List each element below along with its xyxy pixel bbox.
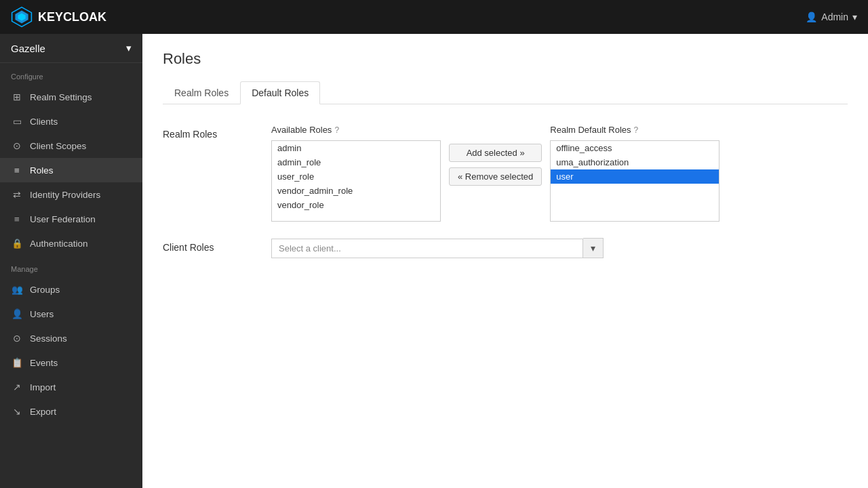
sidebar-item-label: Users [30,309,54,319]
sidebar-item-import[interactable]: ↗ Import [0,375,142,399]
transfer-buttons: Add selected » « Remove selected [449,125,542,186]
client-select[interactable]: Select a client... [271,239,583,258]
events-icon: 📋 [11,357,23,369]
sidebar-item-sessions[interactable]: ⊙ Sessions [0,326,142,350]
roles-transfer: Available Roles ? admin admin_role user_… [271,125,848,222]
realm-settings-icon: ⊞ [11,91,23,103]
available-role-vendor-role[interactable]: vendor_role [272,198,440,212]
available-roles-help-icon: ? [334,125,339,135]
sidebar-item-label: Identity Providers [30,190,100,200]
default-roles-container: Realm Default Roles ? offline_access uma… [550,125,719,222]
default-role-offline-access[interactable]: offline_access [551,141,719,155]
sidebar-item-label: Authentication [30,239,88,249]
sidebar-item-export[interactable]: ↘ Export [0,399,142,424]
realm-roles-row: Realm Roles Available Roles ? admin admi… [163,125,848,222]
page-title: Roles [163,50,848,68]
manage-label: Manage [0,256,142,277]
user-dropdown-icon: ▾ [852,12,857,22]
configure-label: Configure [0,63,142,85]
default-roles-listbox[interactable]: offline_access uma_authorization user [550,140,719,222]
sidebar-item-label: Events [30,358,58,368]
client-select-arrow-icon[interactable]: ▾ [583,238,604,258]
navbar: KEYCLOAK 👤 Admin ▾ [0,0,868,34]
client-select-field: Select a client... ▾ [271,238,848,258]
sidebar-item-label: Clients [30,117,58,127]
sidebar-item-label: Import [30,382,56,392]
client-roles-label: Client Roles [163,238,271,253]
remove-selected-button[interactable]: « Remove selected [449,167,542,186]
identity-providers-icon: ⇄ [11,188,23,201]
realm-name: Gazelle [11,43,45,54]
sidebar: Gazelle ▾ Configure ⊞ Realm Settings ▭ C… [0,34,142,488]
sidebar-item-label: Export [30,407,56,417]
main-layout: Gazelle ▾ Configure ⊞ Realm Settings ▭ C… [0,34,868,488]
content-area: Roles Realm Roles Default Roles Realm Ro… [142,34,868,488]
default-roles-header: Realm Default Roles ? [550,125,719,135]
sidebar-item-client-scopes[interactable]: ⊙ Client Scopes [0,134,142,158]
roles-icon: ≡ [11,164,23,176]
available-roles-label: Available Roles [271,125,332,135]
realm-roles-label: Realm Roles [163,125,271,140]
available-roles-container: Available Roles ? admin admin_role user_… [271,125,441,222]
available-roles-header: Available Roles ? [271,125,441,135]
default-role-uma-authorization[interactable]: uma_authorization [551,155,719,169]
keycloak-logo-icon [11,6,33,28]
sidebar-item-user-federation[interactable]: ≡ User Federation [0,207,142,231]
sidebar-item-label: Sessions [30,333,67,344]
user-menu[interactable]: 👤 Admin ▾ [806,12,857,22]
available-role-vendor-admin-role[interactable]: vendor_admin_role [272,184,440,198]
clients-icon: ▭ [11,115,23,127]
sessions-icon: ⊙ [11,332,23,344]
user-label: Admin [821,12,848,22]
default-roles-help-icon: ? [634,125,639,135]
sidebar-item-label: Roles [30,165,54,176]
sidebar-item-events[interactable]: 📋 Events [0,350,142,375]
export-icon: ↘ [11,405,23,418]
add-selected-button[interactable]: Add selected » [449,144,542,162]
client-scopes-icon: ⊙ [11,140,23,152]
sidebar-item-authentication[interactable]: 🔒 Authentication [0,231,142,256]
user-federation-icon: ≡ [11,213,23,225]
tabs-container: Realm Roles Default Roles [163,81,848,104]
default-roles-label: Realm Default Roles [550,125,631,135]
sidebar-item-clients[interactable]: ▭ Clients [0,109,142,134]
realm-dropdown-icon: ▾ [126,42,132,54]
groups-icon: 👥 [11,283,23,296]
sidebar-item-realm-settings[interactable]: ⊞ Realm Settings [0,85,142,109]
users-icon: 👤 [11,308,23,320]
available-role-admin[interactable]: admin [272,141,440,155]
sidebar-item-label: Realm Settings [30,92,92,102]
available-role-user-role[interactable]: user_role [272,169,440,184]
client-roles-row: Client Roles Select a client... ▾ [163,238,848,258]
sidebar-item-roles[interactable]: ≡ Roles [0,158,142,182]
user-icon: 👤 [806,12,817,22]
sidebar-item-label: User Federation [30,214,96,224]
available-role-admin-role[interactable]: admin_role [272,155,440,169]
sidebar-item-users[interactable]: 👤 Users [0,302,142,326]
brand: KEYCLOAK [11,6,106,28]
roles-transfer-area: Available Roles ? admin admin_role user_… [271,125,848,222]
realm-selector[interactable]: Gazelle ▾ [0,34,142,63]
available-roles-listbox[interactable]: admin admin_role user_role vendor_admin_… [271,140,441,222]
brand-text: KEYCLOAK [38,10,106,24]
authentication-icon: 🔒 [11,237,23,249]
tab-realm-roles[interactable]: Realm Roles [163,81,240,104]
tab-default-roles[interactable]: Default Roles [240,81,320,104]
client-select-wrapper: Select a client... ▾ [271,238,848,258]
sidebar-item-groups[interactable]: 👥 Groups [0,277,142,302]
import-icon: ↗ [11,381,23,393]
default-role-user[interactable]: user [551,169,719,184]
sidebar-item-label: Groups [30,285,60,295]
sidebar-item-label: Client Scopes [30,141,86,151]
sidebar-item-identity-providers[interactable]: ⇄ Identity Providers [0,182,142,207]
